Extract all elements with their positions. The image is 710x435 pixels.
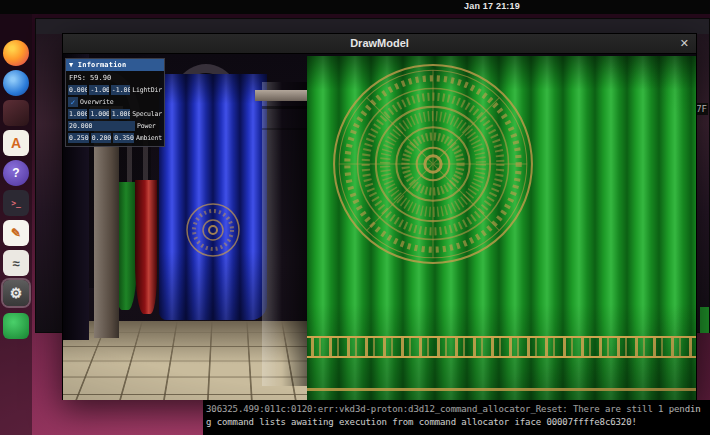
dock-item-thunderbird[interactable] [3,70,29,96]
ambient-b-field[interactable]: 0.350 [113,133,134,143]
overwrite-label: Overwrite [80,98,113,106]
power-row: 20.000 Power [68,121,162,131]
overwrite-checkbox[interactable]: ✓ [68,97,78,107]
terminal-line: 306325.499:011c:0120:err:vkd3d-proton:d3… [206,403,708,416]
top-bar: Jan 17 21:19 [0,0,710,14]
power-label: Power [137,122,156,130]
power-field[interactable]: 20.000 [68,121,135,131]
specular-g-field[interactable]: 1.000 [89,109,108,119]
fps-readout: FPS: 59.90 [68,73,162,83]
window-title: DrawModel [63,37,696,49]
dock-item-system-monitor[interactable]: ≈ [3,250,29,276]
lightdir-row: 0.000 -1.000 -1.000 LightDir [68,85,162,95]
render-viewport[interactable]: ▼ Information FPS: 59.90 0.000 -1.000 -1… [63,54,696,400]
background-curtain-sliver [700,307,709,333]
window-titlebar[interactable]: DrawModel ✕ [63,34,696,54]
lightdir-x-field[interactable]: 0.000 [68,85,87,95]
lightdir-y-field[interactable]: -1.000 [89,85,108,95]
gold-medallion-icon [185,202,241,258]
help-icon: ? [12,166,19,180]
gold-border-band [307,336,696,358]
dock-item-libreoffice[interactable]: A [3,130,29,156]
ambient-r-field[interactable]: 0.250 [68,133,89,143]
clock[interactable]: Jan 17 21:19 [464,1,520,11]
ambient-label: Ambient [136,134,162,142]
dock-item-software[interactable] [3,313,29,339]
specular-r-field[interactable]: 1.000 [68,109,87,119]
gold-trim-line [307,388,696,391]
information-panel[interactable]: ▼ Information FPS: 59.90 0.000 -1.000 -1… [65,58,165,147]
ambient-g-field[interactable]: 0.200 [91,133,112,143]
terminal-output[interactable]: 306325.499:011c:0120:err:vkd3d-proton:d3… [203,400,710,435]
checkmark-icon: ✓ [71,98,76,107]
text-editor-icon: ✎ [11,226,21,240]
dock-item-settings[interactable]: ⚙ [3,280,29,306]
dock: A ? >_ ✎ ≈ ⚙ [0,14,32,435]
desktop: 07F 306325.499:011c:0120:err:vkd3d-proto… [0,0,710,435]
dock-item-terminal[interactable]: >_ [3,190,29,216]
terminal-icon: >_ [11,199,21,208]
blue-curtain [159,74,267,320]
information-panel-titlebar[interactable]: ▼ Information [66,59,164,71]
stone-column-foreground [262,82,312,386]
information-panel-body: FPS: 59.90 0.000 -1.000 -1.000 LightDir … [66,71,164,146]
specular-b-field[interactable]: 1.000 [111,109,130,119]
drawmodel-window: DrawModel ✕ [62,33,697,400]
gold-mandala-pattern [331,62,535,266]
dock-item-firefox[interactable] [3,40,29,66]
dock-item-text-editor[interactable]: ✎ [3,220,29,246]
close-icon[interactable]: ✕ [680,37,689,50]
lightdir-z-field[interactable]: -1.000 [111,85,130,95]
lightdir-label: LightDir [132,86,162,94]
red-curtain [135,180,157,314]
dock-item-files[interactable] [3,100,29,126]
ambient-row: 0.250 0.200 0.350 Ambient [68,133,162,143]
specular-label: Specular [132,110,162,118]
specular-row: 1.000 1.000 1.000 Specular [68,109,162,119]
dock-item-help[interactable]: ? [3,160,29,186]
gear-icon: ⚙ [10,285,23,301]
libreoffice-icon: A [11,135,21,151]
terminal-line: g command lists awaiting execution from … [206,416,708,429]
overwrite-row: ✓ Overwrite [68,97,162,107]
background-window-titlebar[interactable] [36,19,709,34]
system-monitor-icon: ≈ [12,256,19,271]
